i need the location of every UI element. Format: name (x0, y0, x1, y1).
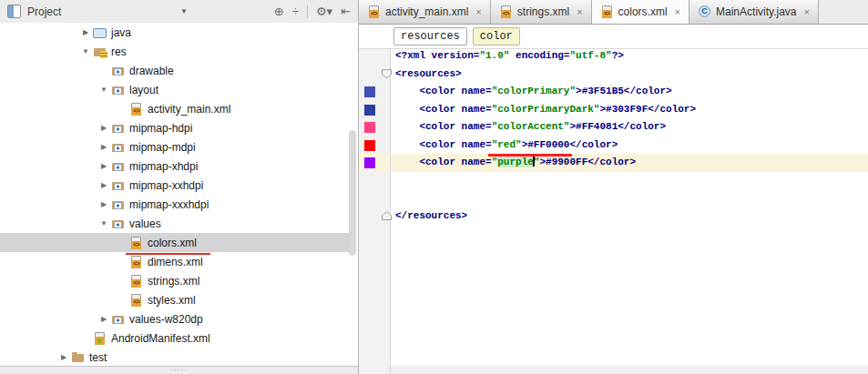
chevron-collapsed-icon[interactable]: ▶ (97, 315, 111, 323)
close-icon[interactable]: × (804, 6, 810, 17)
close-icon[interactable]: × (675, 6, 680, 17)
tree-item-colors-xml[interactable]: colors.xml (0, 233, 355, 252)
tree-item-layout[interactable]: ▼layout (0, 80, 355, 99)
settings-gear-icon[interactable]: ⚙▾ (316, 0, 332, 23)
tree-item-label: values (129, 217, 161, 230)
code-token: >#FF4081</color> (569, 121, 666, 132)
color-swatch[interactable] (364, 140, 375, 151)
project-selector-dropdown-icon[interactable]: ▼ (180, 7, 188, 15)
code-line: <color name="colorPrimaryDark">#303F9F</… (395, 101, 868, 119)
breadcrumb-resources[interactable]: resources (393, 27, 467, 45)
collapse-all-icon[interactable]: ÷ (292, 0, 299, 23)
tree-item-label: mipmap-mdpi (129, 141, 196, 154)
code-area[interactable]: <?xml version="1.0" encoding="utf-8"?><r… (395, 47, 868, 374)
tree-item-label: strings.xml (148, 275, 199, 288)
tab-mainactivity-java[interactable]: MainActivity.java× (689, 0, 819, 24)
chevron-collapsed-icon[interactable]: ▶ (97, 200, 111, 208)
color-swatch[interactable] (364, 157, 375, 168)
project-panel-title: Project (27, 5, 61, 18)
manifest-file-icon (93, 331, 107, 346)
tab-label: MainActivity.java (716, 5, 796, 18)
tab-activity-main-xml[interactable]: activity_main.xml× (359, 0, 491, 24)
java-class-icon (698, 5, 712, 19)
color-swatch[interactable] (364, 122, 375, 133)
tree-item-label: drawable (129, 65, 174, 77)
folder-restype-icon (111, 217, 126, 231)
project-tree: ▶java▼resdrawable▼layoutactivity_main.xm… (0, 23, 358, 367)
xml-file-icon (600, 5, 615, 19)
editor-area: activity_main.xml×strings.xml×colors.xml… (359, 0, 868, 374)
tree-item-label: res (111, 45, 127, 58)
code-token: >#303F9F</color> (599, 104, 696, 115)
tree-item-java[interactable]: ▶java (0, 23, 355, 42)
chevron-expanded-icon[interactable]: ▼ (97, 219, 111, 227)
close-icon[interactable]: × (577, 6, 582, 17)
tree-item-activity-main-xml[interactable]: activity_main.xml (0, 99, 355, 118)
code-line: </resources> (395, 207, 868, 226)
tab-strings-xml[interactable]: strings.xml× (491, 0, 592, 24)
chevron-collapsed-icon[interactable]: ▶ (78, 28, 93, 36)
chevron-collapsed-icon[interactable]: ▶ (97, 124, 111, 132)
hide-panel-icon[interactable]: ⇤ (341, 0, 351, 23)
chevron-expanded-icon[interactable]: ▼ (97, 86, 111, 94)
locate-icon[interactable]: ⊕ (274, 0, 284, 23)
tree-item-androidmanifest-xml[interactable]: AndroidManifest.xml (0, 329, 355, 348)
editor-body[interactable]: <?xml version="1.0" encoding="utf-8"?><r… (359, 49, 868, 374)
tree-item-styles-xml[interactable]: styles.xml (0, 290, 355, 309)
chevron-collapsed-icon[interactable]: ▶ (97, 162, 111, 170)
splitter-grip[interactable]: ····· (0, 366, 358, 374)
tree-item-mipmap-xxxhdpi[interactable]: ▶mipmap-xxxhdpi (0, 195, 355, 214)
tree-item-values-w820dp[interactable]: ▶values-w820dp (0, 309, 355, 329)
chevron-collapsed-icon[interactable]: ▶ (56, 353, 71, 361)
code-line (395, 172, 868, 190)
tree-item-strings-xml[interactable]: strings.xml (0, 271, 355, 290)
tree-scrollbar-thumb[interactable] (349, 130, 356, 256)
code-token: <color name= (395, 121, 492, 132)
folder-restype-icon (111, 140, 126, 155)
code-token: purple (497, 157, 534, 167)
tree-item-label: mipmap-xhdpi (129, 160, 198, 173)
tree-item-label: activity_main.xml (148, 103, 230, 116)
tree-item-dimens-xml[interactable]: dimens.xml (0, 252, 355, 271)
code-line (395, 189, 868, 207)
tree-item-label: test (89, 351, 107, 364)
tab-label: colors.xml (618, 5, 668, 18)
code-token: "colorPrimaryDark" (492, 104, 600, 115)
code-token: "colorPrimary" (492, 86, 576, 96)
folder-restype-icon (111, 159, 126, 174)
tree-item-values[interactable]: ▼values (0, 214, 355, 233)
folder-restype-icon (111, 121, 126, 136)
tree-item-mipmap-hdpi[interactable]: ▶mipmap-hdpi (0, 118, 355, 137)
code-line: <color name="purple">#9900FF</color> (395, 154, 868, 172)
code-token: "utf-8" (569, 50, 611, 61)
tree-item-mipmap-xhdpi[interactable]: ▶mipmap-xhdpi (0, 157, 355, 176)
folder-restype-icon (111, 178, 126, 193)
tree-item-test[interactable]: ▶test (0, 348, 355, 367)
tree-item-mipmap-mdpi[interactable]: ▶mipmap-mdpi (0, 137, 355, 157)
folder-restype-icon (111, 64, 126, 78)
tree-item-res[interactable]: ▼res (0, 42, 355, 61)
code-line: <resources> (395, 66, 868, 84)
color-swatch[interactable] (364, 105, 375, 116)
chevron-collapsed-icon[interactable]: ▶ (97, 181, 111, 189)
breadcrumb-color[interactable]: color (473, 27, 520, 45)
close-icon[interactable]: × (475, 6, 481, 17)
editor-gutter (359, 49, 390, 374)
code-token: >#9900FF</color> (539, 157, 636, 167)
xml-file-icon (129, 255, 144, 269)
tree-item-drawable[interactable]: drawable (0, 61, 355, 80)
project-panel: Project ▼ ⊕ ÷ ⚙▾ ⇤ ▶java▼resdrawable▼lay… (0, 0, 359, 374)
project-panel-header: Project ▼ ⊕ ÷ ⚙▾ ⇤ (0, 0, 358, 24)
annotation-underline (488, 154, 572, 157)
tree-item-mipmap-xxhdpi[interactable]: ▶mipmap-xxhdpi (0, 176, 355, 195)
folder-restype-icon (111, 83, 126, 97)
chevron-expanded-icon[interactable]: ▼ (78, 47, 93, 56)
tree-item-label: colors.xml (148, 237, 197, 249)
tab-colors-xml[interactable]: colors.xml× (592, 0, 689, 24)
xml-file-icon (129, 293, 144, 308)
tree-item-label: layout (129, 84, 158, 96)
tree-item-label: values-w820dp (129, 313, 203, 326)
chevron-collapsed-icon[interactable]: ▶ (97, 143, 111, 151)
code-line: <color name="colorPrimary">#3F51B5</colo… (395, 83, 868, 101)
color-swatch[interactable] (364, 86, 375, 97)
